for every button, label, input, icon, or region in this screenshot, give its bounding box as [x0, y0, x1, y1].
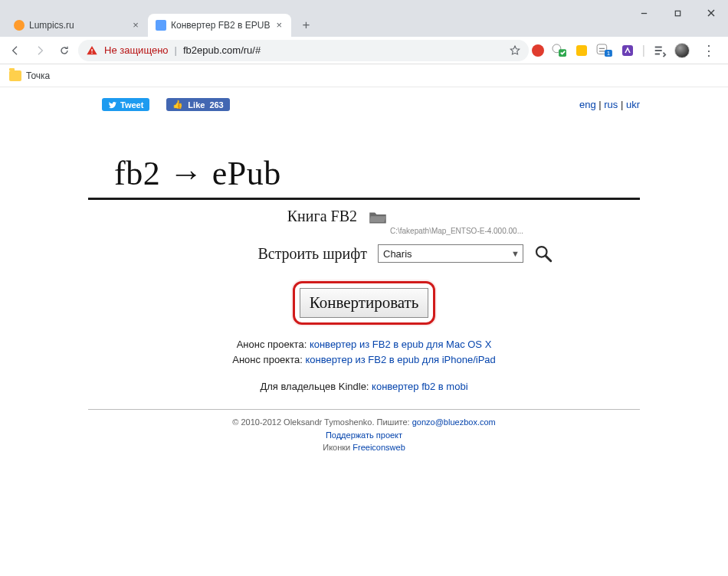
- announcements: Анонс проекта: конвертер из FB2 в epub д…: [88, 337, 640, 367]
- fb-like-count: 263: [209, 100, 223, 110]
- reload-button[interactable]: [54, 40, 75, 61]
- bookmark-bar: Точка: [0, 64, 728, 87]
- menu-button[interactable]: ⋮: [697, 42, 720, 59]
- footer-icons-prefix: Иконки: [323, 443, 353, 452]
- page-title: fb2 → ePub: [114, 154, 640, 193]
- fb-like-label: Like: [188, 100, 205, 110]
- social-buttons: Tweet 👍 Like 263: [102, 98, 230, 111]
- ext-red-icon[interactable]: [532, 44, 544, 57]
- close-window-button[interactable]: [694, 2, 728, 25]
- ext-yellow-icon[interactable]: [575, 44, 589, 57]
- anno-prefix: Анонс проекта:: [237, 339, 310, 350]
- anno-prefix: Анонс проекта:: [232, 354, 305, 365]
- favicon-orange-icon: [14, 20, 25, 31]
- footer-icons-link[interactable]: Freeiconsweb: [353, 443, 405, 452]
- tweet-button[interactable]: Tweet: [102, 98, 149, 111]
- language-links: eng | rus | ukr: [579, 99, 640, 110]
- svg-rect-1: [675, 11, 680, 15]
- bookmark-star-icon[interactable]: [509, 44, 521, 57]
- heading-rule: [88, 198, 640, 200]
- convert-highlight: Конвертировать: [88, 281, 640, 325]
- kindle-note: Для владельцев Kindle: конвертер fb2 в m…: [88, 381, 640, 392]
- back-button[interactable]: [5, 40, 26, 61]
- window-titlebar: [0, 0, 728, 9]
- minimize-button[interactable]: [627, 2, 661, 25]
- warning-icon: [86, 44, 98, 57]
- close-icon[interactable]: ×: [131, 21, 140, 30]
- reading-list-icon[interactable]: [653, 44, 667, 57]
- book-label: Книга FB2: [166, 208, 357, 225]
- ext-blue-badge-icon[interactable]: 1: [596, 44, 613, 57]
- tab-title: Конвертер FB2 в EPUB: [171, 20, 270, 31]
- svg-text:1: 1: [607, 50, 610, 57]
- ext-green-badge-icon[interactable]: [552, 44, 567, 57]
- footer-support-link[interactable]: Поддержать проект: [326, 430, 402, 440]
- close-icon[interactable]: ×: [274, 21, 284, 30]
- kindle-link[interactable]: конвертер fb2 в mobi: [372, 381, 467, 392]
- extensions-row: 1 | ⋮: [532, 42, 723, 59]
- footer-rule: [88, 409, 640, 410]
- thumb-up-icon: 👍: [172, 100, 183, 110]
- top-row: Tweet 👍 Like 263 eng | rus | ukr: [88, 93, 640, 111]
- file-path: C:\fakepath\Map_ENTSO-E-4.000.00...: [390, 227, 640, 235]
- forward-button[interactable]: [29, 40, 51, 61]
- ext-purple-icon[interactable]: [621, 44, 635, 57]
- tweet-label: Tweet: [120, 100, 143, 110]
- url-text: fb2epub.com/ru/#: [183, 44, 261, 56]
- kindle-prefix: Для владельцев Kindle:: [260, 381, 372, 392]
- font-label: Встроить шрифт: [175, 245, 367, 263]
- row-book: Книга FB2: [88, 208, 640, 225]
- toolbar: Не защищено | fb2epub.com/ru/# 1 | ⋮: [0, 37, 728, 64]
- tab-lumpics[interactable]: Lumpics.ru ×: [6, 14, 148, 37]
- tab-fb2epub[interactable]: Конвертер FB2 в EPUB ×: [148, 14, 291, 37]
- svg-line-14: [546, 256, 551, 261]
- maximize-button[interactable]: [661, 2, 694, 25]
- folder-open-icon[interactable]: [368, 209, 388, 224]
- new-tab-button[interactable]: +: [296, 15, 316, 35]
- chevron-down-icon: ▼: [511, 249, 520, 258]
- svg-rect-4: [91, 49, 92, 51]
- lang-ukr[interactable]: ukr: [626, 99, 640, 110]
- footer-copyright: © 2010-2012 Oleksandr Tymoshenko. Пишите…: [232, 417, 412, 427]
- window-controls: [627, 2, 728, 25]
- security-warning: Не защищено: [104, 44, 169, 56]
- font-select-value: Charis: [383, 248, 412, 260]
- tab-bar: Lumpics.ru × Конвертер FB2 в EPUB × +: [0, 9, 728, 37]
- footer-email[interactable]: gonzo@bluezbox.com: [412, 417, 496, 427]
- avatar[interactable]: [674, 43, 690, 58]
- page-content: Tweet 👍 Like 263 eng | rus | ukr fb2 → e…: [0, 87, 728, 454]
- separator: |: [175, 44, 177, 56]
- twitter-icon: [108, 100, 117, 110]
- favicon-doc-icon: [156, 20, 166, 31]
- anno-mac-link[interactable]: конвертер из FB2 в epub для Mac OS X: [310, 339, 491, 350]
- preview-magnifier-icon[interactable]: [534, 244, 553, 263]
- folder-icon: [9, 70, 21, 81]
- font-select[interactable]: Charis ▼: [378, 244, 523, 263]
- tab-title: Lumpics.ru: [29, 20, 126, 31]
- footer: © 2010-2012 Oleksandr Tymoshenko. Пишите…: [88, 416, 640, 454]
- separator: |: [642, 44, 645, 57]
- svg-rect-12: [622, 45, 633, 56]
- lang-rus[interactable]: rus: [604, 99, 618, 110]
- fb-like-button[interactable]: 👍 Like 263: [166, 98, 229, 111]
- svg-rect-5: [91, 52, 92, 53]
- svg-rect-8: [576, 45, 587, 56]
- row-font: Встроить шрифт Charis ▼: [88, 244, 640, 263]
- bookmark-folder-label[interactable]: Точка: [26, 70, 50, 81]
- anno-ios-link[interactable]: конвертер из FB2 в epub для iPhone/iPad: [305, 354, 495, 365]
- address-bar[interactable]: Не защищено | fb2epub.com/ru/#: [78, 40, 529, 61]
- convert-button[interactable]: Конвертировать: [300, 288, 429, 318]
- lang-eng[interactable]: eng: [579, 99, 596, 110]
